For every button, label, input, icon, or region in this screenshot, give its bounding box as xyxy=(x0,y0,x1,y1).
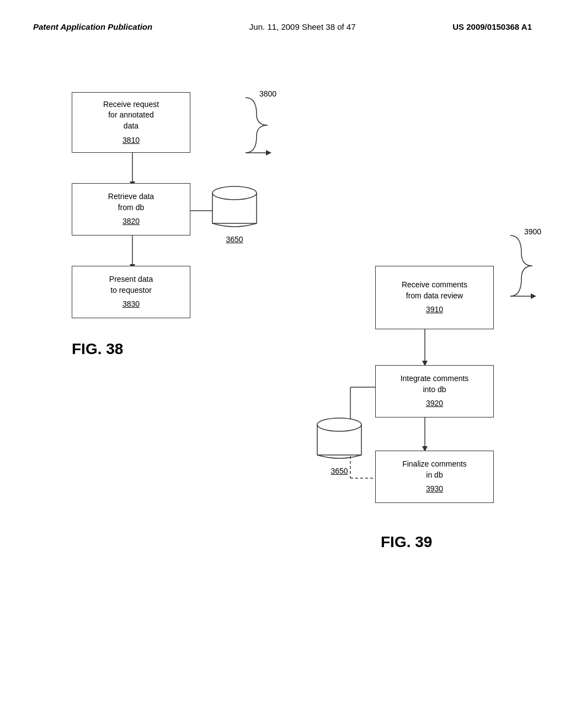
header-right: US 2009/0150368 A1 xyxy=(452,22,532,31)
svg-marker-19 xyxy=(266,150,271,156)
box-3830-text: Present datato requestor xyxy=(109,274,153,296)
box-3820-text: Retrieve datafrom db xyxy=(108,191,154,213)
db-cylinder-3650-bottom: 3650 xyxy=(315,415,364,475)
svg-point-23 xyxy=(317,418,361,431)
page: Patent Application Publication Jun. 11, … xyxy=(0,0,565,728)
publication-title: Patent Application Publication xyxy=(33,22,152,31)
header: Patent Application Publication Jun. 11, … xyxy=(33,22,532,31)
bracket-3800-ref: 3800 xyxy=(259,89,276,98)
box-3810: Receive requestfor annotateddata 3810 xyxy=(72,92,190,153)
box-3810-text: Receive requestfor annotateddata xyxy=(103,99,159,132)
box-3820: Retrieve datafrom db 3820 xyxy=(72,183,190,235)
bracket-3900-ref: 3900 xyxy=(524,227,541,236)
box-3920: Integrate commentsinto db 3920 xyxy=(375,365,494,417)
svg-marker-21 xyxy=(531,293,536,299)
bracket-3900: 3900 xyxy=(505,230,549,304)
header-left: Patent Application Publication xyxy=(33,22,152,31)
sheet-info: Jun. 11, 2009 Sheet 38 of 47 xyxy=(249,22,356,31)
box-3930: Finalize commentsin db 3930 xyxy=(375,451,494,503)
db-3650-top-ref: 3650 xyxy=(226,235,243,244)
box-3930-text: Finalize commentsin db xyxy=(402,459,467,480)
box-3810-ref: 3810 xyxy=(122,135,140,146)
box-3820-ref: 3820 xyxy=(122,216,140,227)
box-3910-text: Receive commentsfrom data review xyxy=(402,280,467,301)
box-3930-ref: 3930 xyxy=(426,484,443,495)
box-3910-ref: 3910 xyxy=(426,304,443,315)
fig-38-label: FIG. 38 xyxy=(72,340,123,358)
box-3910: Receive commentsfrom data review 3910 xyxy=(375,266,494,329)
diagram-area: Receive requestfor annotateddata 3810 Re… xyxy=(33,59,532,693)
bracket-3800: 3800 xyxy=(240,92,284,160)
fig-39-label: FIG. 39 xyxy=(381,533,432,551)
db-3650-bottom-ref: 3650 xyxy=(331,467,348,475)
patent-number: US 2009/0150368 A1 xyxy=(452,22,532,31)
box-3830-ref: 3830 xyxy=(122,299,140,310)
svg-point-17 xyxy=(212,186,257,200)
header-center: Jun. 11, 2009 Sheet 38 of 47 xyxy=(249,22,356,31)
box-3830: Present datato requestor 3830 xyxy=(72,266,190,318)
box-3920-ref: 3920 xyxy=(426,398,443,409)
box-3920-text: Integrate commentsinto db xyxy=(401,373,469,395)
db-cylinder-3650-top: 3650 xyxy=(210,183,259,244)
